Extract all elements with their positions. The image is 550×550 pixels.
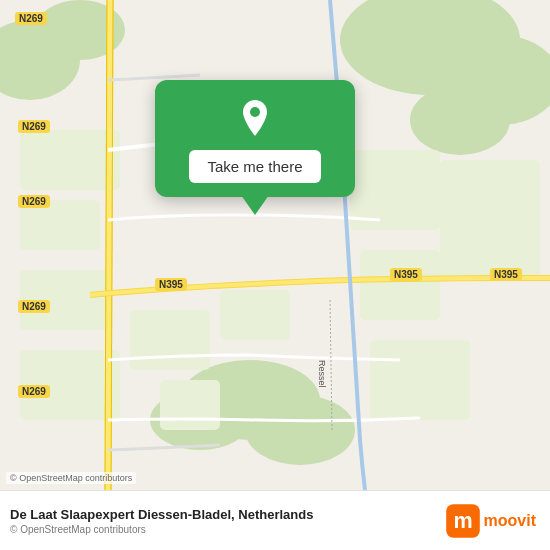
svg-rect-6	[20, 130, 120, 190]
road-label-n269-4: N269	[18, 300, 50, 313]
take-me-there-button[interactable]: Take me there	[189, 150, 320, 183]
svg-point-3	[410, 85, 510, 155]
location-pin-icon	[233, 96, 277, 140]
svg-rect-13	[440, 160, 540, 280]
svg-rect-12	[370, 340, 470, 420]
road-label-n395-3: N395	[490, 268, 522, 281]
area-label-ressel: Ressel	[317, 360, 327, 388]
footer-location: De Laat Slaapexpert Diessen-Bladel, Neth…	[10, 507, 313, 522]
map-container: N269 N269 N269 N269 N269 N395 N395 N395 …	[0, 0, 550, 490]
svg-rect-11	[360, 250, 440, 320]
moovit-logo-svg: m	[445, 503, 481, 539]
svg-point-16	[245, 395, 355, 465]
footer-copyright: © OpenStreetMap contributors	[10, 524, 313, 535]
road-label-n395-2: N395	[390, 268, 422, 281]
svg-text:m: m	[453, 508, 472, 533]
road-label-n269-2: N269	[18, 120, 50, 133]
moovit-logo: m moovit	[445, 503, 536, 539]
footer-left: De Laat Slaapexpert Diessen-Bladel, Neth…	[10, 507, 313, 535]
popup-card: Take me there	[155, 80, 355, 197]
svg-point-20	[250, 107, 260, 117]
osm-attribution: © OpenStreetMap contributors	[6, 472, 136, 484]
road-label-n269-5: N269	[18, 385, 50, 398]
svg-rect-18	[220, 290, 290, 340]
road-label-n395-1: N395	[155, 278, 187, 291]
moovit-text: moovit	[484, 512, 536, 530]
map-svg	[0, 0, 550, 490]
footer-bar: De Laat Slaapexpert Diessen-Bladel, Neth…	[0, 490, 550, 550]
svg-rect-17	[130, 310, 210, 370]
road-label-n269-3: N269	[18, 195, 50, 208]
svg-rect-19	[160, 380, 220, 430]
road-label-n269-1: N269	[15, 12, 47, 25]
